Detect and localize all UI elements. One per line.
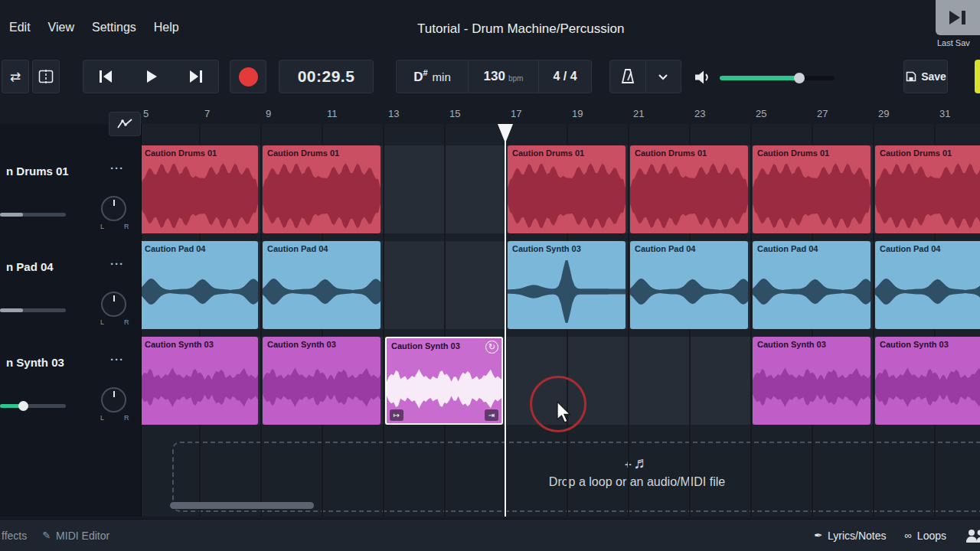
- clip-drums[interactable]: Caution Drums 01: [875, 145, 980, 233]
- track-menu-button[interactable]: ···: [110, 257, 124, 270]
- waveform: [263, 161, 381, 231]
- volume-slider[interactable]: [0, 308, 66, 312]
- ruler-bar-number: 23: [694, 108, 705, 119]
- clip-pad[interactable]: Caution Pad 04: [142, 241, 258, 329]
- clip-synth[interactable]: Caution Synth 03: [753, 337, 871, 425]
- clip-drums[interactable]: Caution Drums 01: [630, 145, 748, 233]
- skip-to-start-button[interactable]: [83, 60, 129, 93]
- automation-button[interactable]: [109, 112, 141, 136]
- track-name: n Synth 03: [6, 356, 64, 369]
- fade-out-icon[interactable]: ⇥: [485, 409, 498, 421]
- pan-knob-tick: [113, 200, 115, 206]
- clip-synth[interactable]: Caution Synth 03↻↦⇥: [385, 337, 503, 425]
- skip-to-end-button[interactable]: [173, 60, 218, 93]
- ruler-bar-number: 11: [327, 108, 338, 119]
- publish-button-partial[interactable]: [975, 60, 980, 93]
- timeline-ruler[interactable]: 5791113151719212325272931: [142, 101, 980, 124]
- playhead[interactable]: [505, 124, 506, 517]
- metronome-icon: [619, 67, 637, 86]
- clip-pad[interactable]: Caution Pad 04: [263, 241, 381, 329]
- grid-line: [873, 124, 874, 517]
- waveform: [753, 256, 871, 327]
- pan-knob[interactable]: [101, 196, 126, 221]
- clip-drums[interactable]: Caution Drums 01: [753, 145, 871, 233]
- menu-settings[interactable]: Settings: [92, 21, 136, 34]
- waveform: [875, 256, 980, 327]
- band-members-icon[interactable]: [965, 527, 980, 544]
- clip-pad[interactable]: Caution Pad 04: [630, 241, 748, 329]
- save-icon: [905, 70, 917, 83]
- grid-line: [750, 124, 752, 517]
- clip-label: Caution Drums 01: [263, 145, 381, 161]
- record-button[interactable]: [230, 60, 266, 93]
- horizontal-scrollbar[interactable]: [170, 502, 314, 509]
- clip-label: Caution Drums 01: [875, 145, 980, 161]
- track-header: n Pad 04···LR: [0, 241, 142, 329]
- clip-synth[interactable]: Caution Synth 03: [142, 337, 258, 425]
- clips-area[interactable]: +♬ Drop a loop or an audio/MIDI file Cau…: [142, 124, 980, 517]
- volume-fill: [0, 213, 23, 217]
- ruler-bar-number: 31: [939, 108, 950, 119]
- key-mode-label: min: [433, 70, 451, 83]
- volume-handle[interactable]: [18, 401, 28, 411]
- track-menu-button[interactable]: ···: [110, 353, 124, 366]
- waveform: [263, 256, 381, 327]
- menu-edit[interactable]: Edit: [9, 21, 31, 34]
- volume-handle[interactable]: [794, 73, 805, 83]
- pan-knob-tick: [113, 391, 115, 397]
- automation-icon: [116, 117, 134, 131]
- mouse-cursor: [557, 401, 573, 424]
- clip-drums[interactable]: Caution Drums 01: [263, 145, 381, 233]
- lyrics-notes-button[interactable]: ✒ Lyrics/Notes: [814, 530, 886, 542]
- midi-editor-button[interactable]: ✎ MIDI Editor: [42, 530, 109, 542]
- ruler-bar-number: 19: [572, 108, 583, 119]
- clip-drums[interactable]: Caution Drums 01: [142, 145, 258, 233]
- metronome-button[interactable]: [610, 60, 645, 93]
- pan-left-label: L: [100, 223, 104, 230]
- song-settings-group: D# min 130 bpm 4 / 4: [396, 60, 592, 93]
- waveform: [753, 161, 871, 231]
- volume-icon[interactable]: [694, 68, 714, 86]
- metronome-options-button[interactable]: [645, 60, 681, 93]
- loops-label: Loops: [917, 530, 946, 542]
- save-button[interactable]: Save: [903, 60, 948, 93]
- ruler-bar-number: 13: [388, 108, 399, 119]
- split-view-button[interactable]: [32, 60, 60, 93]
- playhead-marker[interactable]: [497, 124, 514, 144]
- ruler-bar-number: 17: [511, 108, 521, 119]
- bottom-bar-left: ffects ✎ MIDI Editor: [2, 530, 109, 542]
- volume-slider[interactable]: [0, 213, 66, 217]
- pan-knob[interactable]: [101, 292, 126, 317]
- music-notes-icon: ♬: [633, 454, 649, 471]
- track-name: n Pad 04: [6, 260, 54, 273]
- key-signature-button[interactable]: D# min: [397, 60, 468, 93]
- clip-pad[interactable]: Caution Pad 04: [753, 241, 871, 329]
- clip-pad[interactable]: Caution Synth 03: [508, 241, 626, 329]
- bpm-unit-label: bpm: [508, 74, 523, 83]
- skip-to-start-icon: [96, 67, 115, 86]
- clip-label: Caution Synth 03: [753, 337, 871, 352]
- master-volume-slider[interactable]: [720, 76, 835, 80]
- play-button[interactable]: [129, 60, 174, 93]
- bpm-button[interactable]: 130 bpm: [468, 60, 538, 93]
- repeat-icon[interactable]: ↻: [485, 341, 498, 354]
- effects-button[interactable]: ffects: [2, 530, 27, 542]
- clip-drums[interactable]: Caution Drums 01: [508, 145, 626, 233]
- fade-in-icon[interactable]: ↦: [390, 409, 403, 421]
- bpm-value: 130: [484, 69, 505, 84]
- menu-help[interactable]: Help: [154, 21, 179, 34]
- clip-synth[interactable]: Caution Synth 03: [263, 337, 381, 425]
- waveform: [630, 161, 748, 231]
- volume-fill: [0, 308, 23, 312]
- clip-pad[interactable]: Caution Pad 04: [875, 241, 980, 329]
- pan-knob[interactable]: [101, 387, 126, 412]
- clip-synth[interactable]: Caution Synth 03: [875, 337, 980, 425]
- track-menu-button[interactable]: ···: [110, 161, 124, 174]
- video-overlay-thumbnail[interactable]: [936, 0, 980, 35]
- loops-button[interactable]: ∞ Loops: [905, 530, 946, 542]
- volume-slider[interactable]: [0, 404, 66, 408]
- loop-toggle-button[interactable]: ⇄: [2, 60, 29, 93]
- menu-view[interactable]: View: [48, 21, 74, 34]
- time-signature-button[interactable]: 4 / 4: [538, 60, 591, 93]
- lyrics-notes-label: Lyrics/Notes: [828, 530, 887, 542]
